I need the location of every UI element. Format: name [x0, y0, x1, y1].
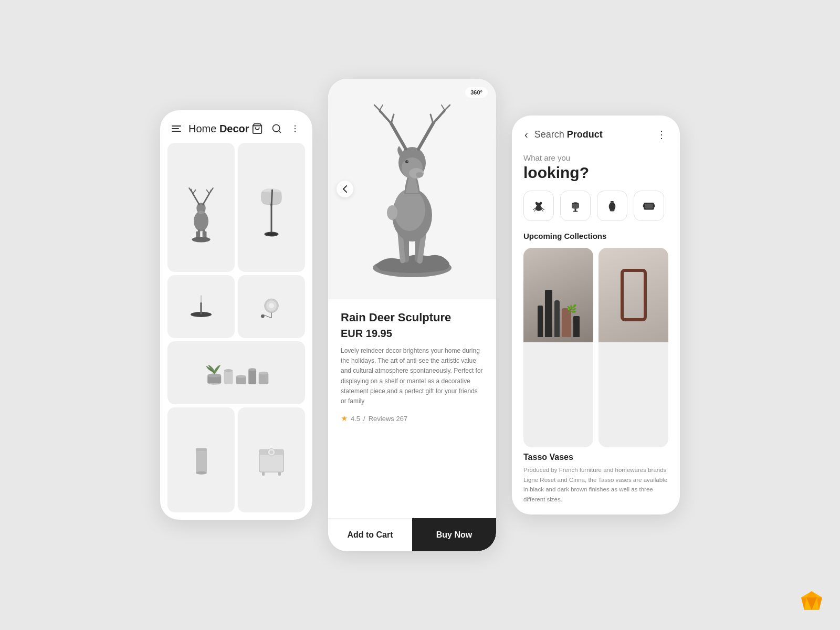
product-display-box[interactable] [238, 407, 305, 512]
looking-small-text: What are you [523, 153, 668, 162]
svg-line-70 [391, 123, 406, 149]
product-info: Rain Deer Sculpture EUR 19.95 Lovely rei… [328, 299, 496, 510]
svg-line-89 [533, 208, 536, 210]
product-description: Lovely reindeer decor brightens your hom… [341, 346, 484, 406]
left-header: Home Decor [160, 110, 312, 143]
svg-rect-28 [200, 302, 202, 314]
collection-mirror-frame[interactable] [598, 248, 668, 447]
svg-point-5 [295, 131, 296, 132]
svg-rect-45 [259, 373, 269, 384]
svg-point-44 [248, 368, 256, 371]
svg-point-54 [270, 450, 274, 454]
svg-point-96 [610, 210, 615, 212]
rating-separator: / [363, 415, 365, 423]
rating-value: 4.5 [351, 415, 360, 423]
back-button[interactable]: ‹ [523, 128, 529, 142]
product-name: Rain Deer Sculpture [341, 311, 484, 324]
svg-rect-102 [653, 204, 655, 207]
svg-line-92 [541, 209, 543, 212]
svg-point-84 [387, 205, 397, 220]
product-grid [160, 143, 312, 520]
svg-rect-43 [248, 370, 256, 384]
category-lamp-button[interactable] [560, 191, 591, 221]
svg-point-46 [259, 371, 269, 374]
buy-now-button[interactable]: Buy Now [412, 518, 496, 551]
collection-tasso-vases[interactable]: 🌿 [523, 248, 593, 447]
rating-row: ★ 4.5 / Reviews 267 [341, 414, 484, 423]
svg-line-75 [374, 105, 380, 110]
vases-image: 🌿 [523, 248, 593, 342]
svg-point-68 [405, 160, 408, 163]
svg-rect-56 [278, 472, 281, 476]
reviews-count: Reviews 267 [369, 415, 407, 423]
svg-line-20 [207, 190, 209, 194]
more-options-button[interactable]: ⋮ [655, 127, 668, 142]
left-phone: Home Decor [160, 110, 312, 520]
category-vase-button[interactable] [597, 191, 627, 221]
looking-big-text: looking? [523, 163, 668, 182]
svg-point-32 [269, 303, 274, 308]
svg-line-90 [534, 209, 537, 212]
product-main-image [360, 100, 465, 278]
svg-rect-100 [645, 204, 653, 208]
svg-line-76 [380, 105, 383, 110]
svg-line-14 [193, 194, 199, 205]
upcoming-collections-title: Upcoming Collections [512, 232, 680, 248]
product-spotlight[interactable] [238, 275, 305, 338]
product-cylinder-vase[interactable] [167, 407, 235, 512]
svg-rect-98 [611, 201, 614, 202]
svg-point-13 [198, 211, 204, 214]
mirror-frame-element [621, 269, 647, 321]
svg-line-82 [445, 105, 450, 110]
svg-point-3 [295, 125, 296, 127]
product-incense-holder[interactable] [167, 275, 235, 338]
collection-description: Produced by French furniture and homewar… [523, 465, 668, 504]
svg-line-2 [279, 131, 281, 133]
svg-rect-47 [196, 450, 207, 473]
mid-phone: 360° [328, 79, 496, 551]
svg-rect-50 [196, 448, 207, 452]
category-animal-button[interactable] [523, 191, 554, 221]
mirror-image [598, 248, 668, 342]
svg-point-49 [196, 471, 207, 475]
cart-button[interactable] [250, 122, 264, 135]
svg-point-4 [295, 128, 296, 129]
category-tray-button[interactable] [634, 191, 664, 221]
svg-point-22 [192, 237, 211, 243]
menu-icon[interactable] [172, 125, 181, 132]
svg-line-17 [193, 190, 195, 194]
svg-line-91 [542, 208, 544, 210]
right-header: ‹ Search Product ⋮ [512, 116, 680, 150]
svg-line-77 [418, 123, 433, 149]
more-options-button[interactable] [289, 123, 301, 134]
svg-line-80 [430, 114, 433, 123]
svg-point-26 [266, 233, 277, 236]
svg-rect-95 [573, 211, 578, 212]
bottom-action-buttons: Add to Cart Buy Now [328, 518, 496, 551]
sketch-icon [799, 589, 824, 614]
svg-line-18 [203, 194, 209, 205]
svg-point-42 [236, 375, 246, 378]
product-deer-statue[interactable] [167, 143, 235, 272]
view-360-badge[interactable]: 360° [465, 87, 488, 98]
star-icon: ★ [341, 414, 348, 423]
prev-arrow[interactable] [337, 181, 353, 197]
svg-point-40 [224, 369, 233, 372]
svg-line-72 [384, 116, 391, 123]
svg-rect-55 [262, 472, 265, 476]
product-plants-set[interactable] [167, 341, 305, 404]
svg-point-63 [394, 189, 425, 231]
svg-point-69 [407, 161, 408, 162]
add-to-cart-button[interactable]: Add to Cart [328, 518, 412, 551]
home-decor-title: Home Decor [188, 123, 249, 135]
svg-point-67 [416, 172, 423, 177]
search-button[interactable] [270, 122, 283, 135]
svg-line-79 [433, 116, 440, 123]
product-floor-lamp[interactable] [238, 143, 305, 272]
right-phone: ‹ Search Product ⋮ What are you looking? [512, 116, 680, 514]
svg-rect-101 [643, 204, 645, 207]
product-price: EUR 19.95 [341, 328, 484, 340]
svg-rect-39 [224, 370, 233, 384]
collections-grid: 🌿 [512, 248, 680, 447]
search-prompt: What are you looking? [512, 150, 680, 191]
